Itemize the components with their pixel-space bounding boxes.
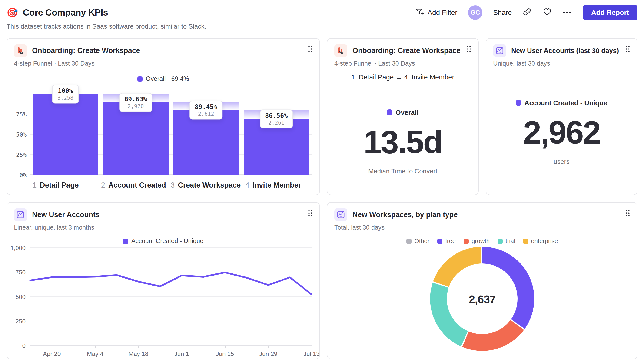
- add-filter-label: Add Filter: [428, 8, 457, 16]
- legend-chip: [523, 239, 528, 244]
- add-filter-button[interactable]: Add Filter: [415, 7, 457, 18]
- share-button[interactable]: Share: [493, 8, 512, 16]
- metric-legend[interactable]: Overall: [387, 109, 418, 116]
- legend-label: growth: [472, 237, 490, 245]
- legend-label: Account Created - Unique: [524, 99, 607, 107]
- card-title: New User Accounts: [32, 211, 100, 219]
- step-number: 1: [32, 181, 36, 189]
- card-workspaces-by-plan: New Workspaces, by plan type Total, last…: [327, 202, 638, 359]
- funnel-chart-body: Overall · 69.4% 75%50%25%0% 100%3,25889.…: [7, 75, 320, 189]
- page-title-group: 🎯 Core Company KPIs: [6, 7, 108, 18]
- user-avatar[interactable]: GC: [468, 5, 482, 20]
- insights-report-icon: [334, 208, 347, 221]
- y-tick-label: 0: [22, 342, 26, 350]
- donut-legend-item[interactable]: growth: [464, 237, 490, 245]
- step-number: 3: [171, 181, 174, 189]
- card-time-to-convert: Onboarding: Create Workspace 4-step Funn…: [327, 38, 479, 195]
- card-grid: Onboarding: Create Workspace 4-step Funn…: [6, 38, 638, 359]
- tooltip-conversion-pct: 100%: [58, 87, 74, 94]
- legend-chip: [387, 109, 392, 115]
- card-title: New Workspaces, by plan type: [352, 211, 458, 219]
- funnel-step-column: 100%3,258: [32, 94, 98, 175]
- legend-label: free: [445, 237, 456, 245]
- funnel-report-icon: [334, 44, 347, 57]
- legend-chip: [498, 239, 503, 244]
- drag-handle-icon[interactable]: [308, 210, 312, 218]
- tooltip-count: 2,612: [194, 111, 218, 117]
- legend-label: Other: [414, 237, 430, 245]
- more-options-button[interactable]: •••: [563, 9, 572, 16]
- funnel-legend[interactable]: Overall · 69.4%: [15, 75, 312, 82]
- funnel-x-axis: 1Detail Page2Account Created3Create Work…: [30, 175, 312, 189]
- page-title: Core Company KPIs: [23, 7, 108, 18]
- legend-chip: [123, 239, 128, 244]
- divider: [7, 69, 320, 69]
- funnel-bars: 100%3,25889.63%2,92089.45%2,61286.56%2,2…: [30, 94, 312, 175]
- donut-center-total: 2,637: [469, 293, 496, 306]
- line-series-svg: [30, 248, 312, 346]
- card-header: New User Accounts (last 30 days) Unique,…: [486, 38, 637, 69]
- drag-handle-icon[interactable]: [626, 45, 630, 53]
- y-tick-label: 250: [16, 318, 26, 325]
- drag-handle-icon[interactable]: [626, 210, 630, 218]
- metric-value: 13.5d: [364, 126, 442, 158]
- legend-label: enterprise: [531, 237, 558, 245]
- line-x-axis: Apr 20May 4May 18Jun 1Jun 15Jun 29Jul 13: [30, 346, 312, 361]
- donut-legend-item[interactable]: enterprise: [523, 237, 558, 245]
- legend-label: Account Created - Unique: [131, 237, 204, 245]
- divider: [327, 233, 637, 233]
- card-title: Onboarding: Create Workspace: [352, 46, 460, 55]
- drag-handle-icon[interactable]: [308, 45, 312, 53]
- x-tick-label: Jun 29: [259, 350, 277, 358]
- line-series: [30, 272, 312, 294]
- funnel-step-label: 4Invite Member: [245, 181, 309, 189]
- link-icon: [522, 7, 532, 18]
- funnel-bar[interactable]: [173, 110, 239, 175]
- add-report-button[interactable]: Add Report: [583, 5, 638, 20]
- donut-legend: Otherfreegrowthtrialenterprise: [327, 237, 637, 245]
- legend-chip: [437, 239, 442, 244]
- donut-chart: 2,637: [430, 247, 534, 352]
- metric-legend[interactable]: Account Created - Unique: [516, 99, 607, 107]
- funnel-step-label: 1Detail Page: [32, 181, 96, 189]
- tooltip-count: 2,920: [124, 103, 147, 109]
- legend-label: Overall · 69.4%: [146, 75, 189, 82]
- divider: [7, 233, 320, 233]
- heart-icon: [542, 7, 552, 18]
- insights-report-icon: [493, 44, 506, 57]
- page-header: 🎯 Core Company KPIs Add Filter GC Share: [6, 5, 638, 19]
- x-tick-label: Jun 1: [174, 350, 189, 358]
- funnel-step-range[interactable]: 1. Detail Page → 4. Invite Member: [327, 69, 478, 86]
- tooltip-conversion-pct: 86.56%: [265, 112, 288, 119]
- donut-legend-item[interactable]: free: [437, 237, 456, 245]
- metric-value: 2,962: [523, 116, 600, 149]
- card-subtitle: Linear, unique, last 3 months: [14, 224, 312, 231]
- copy-link-button[interactable]: [522, 7, 532, 18]
- funnel-step-tooltip: 86.56%2,261: [260, 109, 293, 128]
- funnel-step-column: 86.56%2,261: [244, 94, 310, 175]
- funnel-step-label: 3Create Workspace: [171, 181, 241, 189]
- donut-legend-item[interactable]: trial: [498, 237, 515, 245]
- funnel-report-icon: [14, 44, 27, 57]
- drag-handle-icon[interactable]: [466, 45, 471, 53]
- y-tick-label: 75%: [16, 111, 26, 118]
- card-subtitle: Unique, last 30 days: [493, 60, 630, 67]
- favorite-button[interactable]: [542, 7, 552, 18]
- funnel-step-tooltip: 89.63%2,920: [119, 93, 152, 112]
- step-number: 2: [101, 181, 105, 189]
- funnel-bar[interactable]: [32, 94, 98, 175]
- donut-legend-item[interactable]: Other: [406, 237, 430, 245]
- x-tick-mark: [312, 346, 312, 348]
- line-legend[interactable]: Account Created - Unique: [7, 237, 320, 245]
- funnel-step-tooltip: 100%3,258: [52, 85, 78, 104]
- x-tick-label: Apr 20: [43, 350, 61, 358]
- funnel-bar[interactable]: [103, 102, 169, 175]
- funnel-plot: 100%3,25889.63%2,92089.45%2,61286.56%2,2…: [30, 94, 312, 175]
- funnel-step-label: 2Account Created: [101, 181, 166, 189]
- card-funnel-header: Onboarding: Create Workspace 4-step Funn…: [7, 38, 320, 69]
- funnel-y-axis: 75%50%25%0%: [15, 94, 30, 175]
- tooltip-count: 3,258: [58, 95, 74, 101]
- line-chart-body: 1,0007505002500: [7, 248, 320, 346]
- legend-chip: [464, 239, 469, 244]
- page-subtitle: This dataset tracks actions in Saas soft…: [6, 23, 638, 30]
